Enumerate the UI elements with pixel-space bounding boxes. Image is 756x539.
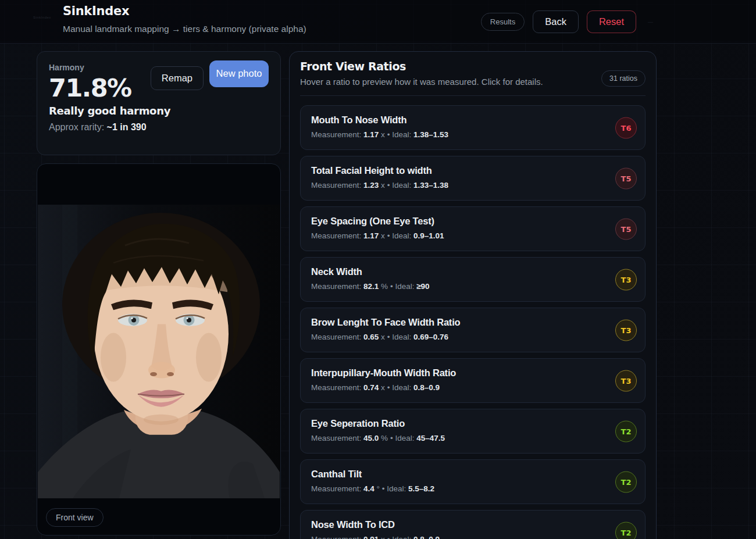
- ratio-card[interactable]: Nose Width To ICDMeasurement: 0.91 x • I…: [300, 510, 646, 539]
- ratio-measurement: Measurement: 45.0 % • Ideal: 45–47.5: [311, 434, 634, 442]
- ratio-card[interactable]: Mouth To Nose WidthMeasurement: 1.17 x •…: [300, 105, 646, 150]
- harmony-buttons: Remap New photo: [151, 62, 269, 102]
- ratio-card[interactable]: Total Facial Height to widthMeasurement:…: [300, 156, 646, 201]
- ratio-measurement: Measurement: 1.23 x • Ideal: 1.33–1.38: [311, 181, 634, 190]
- ratio-count-badge: 31 ratios: [601, 70, 646, 87]
- divider: [300, 95, 646, 96]
- rarity-prefix: Approx rarity:: [49, 122, 107, 132]
- back-button[interactable]: Back: [533, 10, 579, 33]
- topbar-actions: Results Back Reset —: [481, 0, 654, 44]
- remap-button[interactable]: Remap: [151, 66, 204, 90]
- harmony-label: Harmony: [49, 63, 131, 72]
- ratio-card[interactable]: Canthal TiltMeasurement: 4.4 ° • Ideal: …: [300, 459, 646, 504]
- tier-badge: T3: [615, 269, 637, 290]
- harmony-score: 71.8%: [49, 73, 131, 102]
- ratio-name: Nose Width To ICD: [311, 519, 634, 530]
- ratio-measurement: Measurement: 4.4 ° • Ideal: 5.5–8.2: [311, 484, 634, 493]
- ratio-card[interactable]: Neck WidthMeasurement: 82.1 % • Ideal: ≥…: [300, 257, 646, 302]
- ratios-panel: Front View Ratios Hover a ratio to previ…: [289, 51, 657, 539]
- ratio-measurement: Measurement: 0.91 x • Ideal: 0.8–0.9: [311, 535, 634, 539]
- harmony-score-block: Harmony 71.8%: [49, 62, 131, 102]
- portrait-photo: [38, 205, 280, 498]
- new-photo-button[interactable]: New photo: [209, 60, 269, 87]
- harmony-rarity: Approx rarity: ~1 in 390: [49, 122, 162, 134]
- rarity-value: ~1 in 390: [107, 122, 147, 132]
- ratio-name: Mouth To Nose Width: [311, 115, 634, 126]
- ratio-name: Brow Lenght To Face Width Ratio: [311, 317, 634, 328]
- topbar-dash: —: [648, 19, 654, 25]
- topbar: SinkIndex SinkIndex Manual landmark mapp…: [0, 0, 756, 44]
- ratio-measurement: Measurement: 1.17 x • Ideal: 1.38–1.53: [311, 130, 634, 139]
- ratio-card[interactable]: Interpupillary-Mouth Width RatioMeasurem…: [300, 358, 646, 403]
- ratio-name: Eye Spacing (One Eye Test): [311, 216, 634, 227]
- tier-badge: T5: [615, 167, 637, 189]
- ratio-card[interactable]: Eye Seperation RatioMeasurement: 45.0 % …: [300, 409, 646, 454]
- ratios-header-text: Front View Ratios Hover a ratio to previ…: [300, 60, 543, 87]
- ratio-list: Mouth To Nose WidthMeasurement: 1.17 x •…: [300, 105, 646, 539]
- tier-badge: T5: [615, 218, 637, 240]
- ratio-name: Total Facial Height to width: [311, 165, 634, 176]
- ratios-title: Front View Ratios: [300, 60, 543, 73]
- ratios-subtitle: Hover a ratio to preview how it was meas…: [300, 77, 543, 87]
- tier-badge: T2: [615, 420, 637, 442]
- reset-button[interactable]: Reset: [587, 10, 636, 33]
- tier-badge: T3: [615, 370, 637, 391]
- harmony-card: Harmony 71.8% Remap New photo Really goo…: [37, 51, 281, 155]
- page-title: SinkIndex: [63, 4, 129, 18]
- ratio-name: Eye Seperation Ratio: [311, 418, 634, 429]
- tier-badge: T2: [615, 522, 637, 539]
- front-view-badge[interactable]: Front view: [46, 508, 104, 527]
- ratio-measurement: Measurement: 1.17 x • Ideal: 0.9–1.01: [311, 231, 634, 240]
- ratio-name: Neck Width: [311, 266, 634, 277]
- page-subtitle: Manual landmark mapping → tiers & harmon…: [63, 24, 306, 34]
- watermark-text: SinkIndex: [33, 16, 51, 19]
- ratio-name: Canthal Tilt: [311, 469, 634, 480]
- tier-badge: T3: [615, 319, 637, 341]
- tier-badge: T6: [615, 117, 637, 138]
- harmony-verdict: Really good harmony: [49, 105, 269, 117]
- ratio-measurement: Measurement: 82.1 % • Ideal: ≥90: [311, 282, 634, 291]
- ratio-card[interactable]: Brow Lenght To Face Width RatioMeasureme…: [300, 308, 646, 352]
- ratio-measurement: Measurement: 0.74 x • Ideal: 0.8–0.9: [311, 383, 634, 392]
- ratio-name: Interpupillary-Mouth Width Ratio: [311, 367, 634, 379]
- ratio-card[interactable]: Eye Spacing (One Eye Test)Measurement: 1…: [300, 206, 646, 251]
- tier-badge: T2: [615, 471, 637, 492]
- results-button[interactable]: Results: [481, 13, 525, 31]
- photo-card: Front view: [37, 163, 281, 536]
- ratio-measurement: Measurement: 0.65 x • Ideal: 0.69–0.76: [311, 333, 634, 341]
